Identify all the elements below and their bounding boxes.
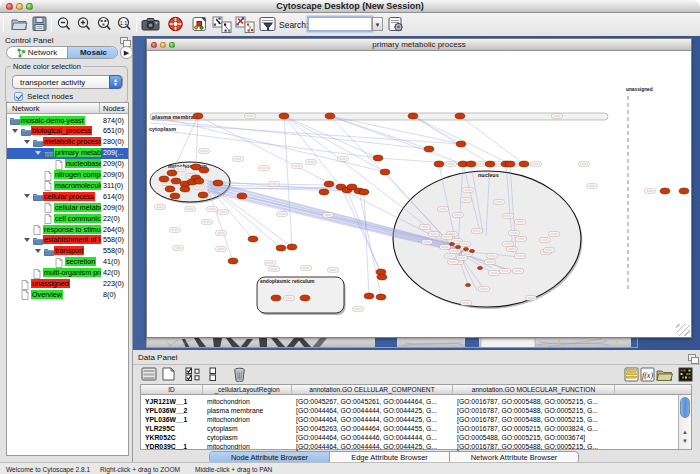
tree-row[interactable]: establishment of lo558(0) [7,235,129,246]
graph-edge[interactable] [284,116,341,187]
node-color-combo[interactable]: transporter activity ▲▼ [12,75,123,89]
snapshot-icon[interactable] [141,16,160,32]
graph-node[interactable] [180,186,190,192]
tree-row-label[interactable]: transport [54,246,84,255]
tree-row[interactable]: multi-organism pro42(0) [7,268,129,279]
tree-row-label[interactable]: nitrogen compo [54,170,101,179]
zoom-fit-icon[interactable]: 1:1 [116,16,132,32]
tree-row-label[interactable]: macromolecule [54,181,101,190]
graph-node[interactable] [237,193,247,199]
graph-edge[interactable] [364,192,369,296]
tree-row-label[interactable]: establishment of lo [43,235,101,244]
float-panel-icon[interactable] [120,37,128,44]
tree-row[interactable]: mosaic-demo-yeast874(0) [7,115,129,126]
tree-row[interactable]: unassigned223(0) [7,279,129,290]
graph-edge[interactable] [284,116,292,247]
tree-row-label[interactable]: unassigned [31,279,70,288]
graph-node[interactable] [519,161,529,167]
tree-row-label[interactable]: biological_process [31,126,92,135]
graph-node[interactable] [359,189,369,195]
tree-row[interactable]: macromolecule311(0) [7,180,129,191]
table-row[interactable]: YJR121W__1mitochondrion[GO:0045267, GO:0… [141,397,675,406]
graph-node[interactable] [213,180,223,186]
graph-node[interactable] [463,247,468,250]
tree-row-label[interactable]: Overview [31,290,63,299]
tab-network[interactable]: Network [7,47,67,58]
column-header[interactable]: _cellularLayoutRegion [203,385,292,395]
save-icon[interactable] [32,16,47,32]
tree-expand-arrow[interactable] [24,194,30,198]
graph-node[interactable] [248,236,258,242]
tree-row-label[interactable]: secretion [65,257,96,266]
graph-node[interactable] [167,170,177,176]
graph-node[interactable] [466,161,476,167]
graph-node[interactable] [194,178,204,184]
tree-row-label[interactable]: nucleobase- [65,159,101,168]
scrollbar-thumb[interactable] [680,397,690,418]
graph-node[interactable] [660,188,670,194]
graph-node[interactable] [377,274,387,280]
tree-row[interactable]: nucleobase-209(0) [7,159,129,170]
resize-grip[interactable] [676,324,690,336]
graph-node[interactable] [456,141,466,147]
tree-row[interactable]: primary metabol209(... [7,148,129,159]
graph-node[interactable] [455,113,465,119]
graph-node[interactable] [376,294,386,300]
column-header[interactable]: annotation.GO MOLECULAR_FUNCTION [453,385,615,395]
tree-row-label[interactable]: primary metabol [54,148,101,157]
combo-spinner[interactable]: ▲▼ [109,75,122,89]
select-attributes-icon[interactable] [185,367,202,381]
birdseye-icon[interactable] [192,16,207,32]
open-file-icon[interactable] [11,16,28,32]
attribute-list-icon[interactable] [624,367,639,382]
edit-network-icon[interactable] [259,16,277,33]
column-header[interactable]: ID [141,385,203,395]
graph-node[interactable] [465,283,470,286]
graph-node[interactable] [199,167,209,173]
attribute-table-header[interactable]: ID_cellularLayoutRegionannotation.GO CEL… [141,385,691,395]
tree-row-label[interactable]: response to stimulu [43,225,101,234]
graph-node[interactable] [485,161,495,167]
graph-node[interactable] [424,146,434,152]
graph-node[interactable] [449,242,454,245]
zoom-selected-icon[interactable] [96,16,112,32]
create-network-icon[interactable] [212,16,233,33]
tree-row-label[interactable]: cellular process [43,192,95,201]
formula-fx-icon[interactable]: f(x) [640,367,655,382]
graph-node[interactable] [373,155,383,161]
tree-expand-arrow[interactable] [24,140,30,144]
graph-node[interactable] [171,178,181,184]
graph-node[interactable] [287,244,297,250]
graph-node[interactable] [408,113,418,119]
float-panel-icon[interactable] [688,354,696,361]
tree-row[interactable]: cell communicat22(0) [7,213,129,224]
graph-node[interactable] [324,181,334,187]
tree-row[interactable]: response to stimulu264(0) [7,224,129,235]
graph-node[interactable] [679,188,689,194]
tab-overflow-button[interactable]: ▶ [120,46,133,59]
tree-header[interactable]: Network Nodes [7,103,128,114]
compartment-plasma-membrane[interactable] [150,113,608,120]
import-attributes-icon[interactable] [656,367,673,382]
tree-expand-arrow[interactable] [12,129,18,133]
tree-row[interactable]: Overview8(0) [7,289,129,300]
table-row[interactable]: YLR295Ccytoplasm[GO:0045263, GO:0044464,… [141,424,675,433]
graph-node[interactable] [325,113,335,119]
graph-node[interactable] [469,249,474,252]
tree-row[interactable]: cellular metabo209(0) [7,202,129,213]
tree-expand-arrow[interactable] [35,151,41,155]
tree-row[interactable]: metabolic process280(0) [7,137,129,148]
tree-expand-arrow[interactable] [24,238,30,242]
table-scrollbar[interactable]: ▲▼ [678,395,691,449]
tree-expand-arrow[interactable] [35,249,41,253]
graph-edge[interactable] [150,123,461,144]
table-row[interactable]: YKR052Ccytoplasm[GO:0044464, GO:0044446,… [141,433,675,442]
help-ring-icon[interactable] [167,16,184,32]
tree-row[interactable]: transport558(0) [7,246,129,257]
graph-node[interactable] [159,176,169,182]
table-row[interactable]: YDR039C__1mitochondrion[GO:0044464, GO:0… [141,442,675,451]
scrollbar-arrows[interactable]: ▲▼ [679,428,691,448]
graph-node[interactable] [319,189,329,195]
attribute-grid-icon[interactable] [141,367,157,381]
unselect-attributes-icon[interactable] [208,367,218,381]
